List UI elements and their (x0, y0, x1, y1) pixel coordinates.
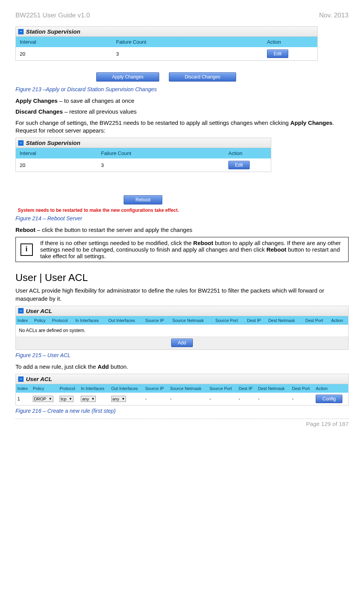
figure-caption: Figure 214 – Reboot Server (15, 215, 349, 221)
station-table: IntervalFailure CountAction 203Edit (16, 37, 317, 60)
val-dnm: - (257, 393, 291, 405)
col-action: Action (314, 384, 348, 393)
doc-date: Nov. 2013 (319, 12, 349, 19)
info-icon: i (20, 244, 33, 256)
col-dip: Dest IP (245, 316, 267, 325)
col-outif: Out Interfaces (110, 384, 144, 393)
col-sip: Source IP (144, 384, 168, 393)
figure-caption: Figure 216 – Create a new rule (first st… (15, 408, 349, 414)
col-sport: Source Port (208, 384, 237, 393)
section-heading: User | User ACL (15, 272, 349, 284)
acl-empty-message: No ACLs are defined on system. (16, 325, 348, 336)
station-table: IntervalFailure CountAction 203Edit (16, 148, 271, 172)
col-sport: Source Port (214, 316, 245, 325)
col-action: Action (225, 148, 271, 158)
discard-changes-button[interactable]: Discard Changes (169, 72, 236, 82)
col-failure: Failure Count (97, 148, 225, 158)
col-snm: Source Netmask (171, 316, 214, 325)
figure-caption: Figure 213 –Apply or Discard Station Sup… (15, 86, 349, 92)
info-box: i If there is no other settings needed t… (15, 237, 349, 262)
col-policy: Policy (32, 316, 50, 325)
col-dport: Dest Port (304, 316, 330, 325)
col-failure: Failure Count (112, 37, 263, 47)
para-add: To add a new rule, just click the Add bu… (15, 363, 349, 371)
col-policy: Policy (31, 384, 58, 393)
panel-icon: − (18, 140, 24, 146)
figure-caption: Figure 215 – User ACL (15, 352, 349, 358)
val-interval: 20 (16, 47, 112, 60)
col-action: Action (330, 316, 348, 325)
panel-title: Station Supervision (26, 28, 80, 35)
policy-select[interactable]: DROP▼ (33, 396, 53, 402)
para-discard: Discard Changes – restore all previous v… (15, 108, 349, 116)
col-interval: Interval (16, 148, 97, 158)
col-outif: Out Interfaces (107, 316, 144, 325)
val-dport: - (291, 393, 315, 405)
col-dport: Dest Port (291, 384, 315, 393)
panel-title: User ACL (26, 376, 52, 382)
para-apply: Apply Changes – to save all changes at o… (15, 97, 349, 105)
station-supervision-panel-2: −Station Supervision IntervalFailure Cou… (15, 138, 271, 172)
para-reboot: Reboot – click the button to restart the… (15, 226, 349, 234)
col-dnm: Dest Netmask (257, 384, 291, 393)
col-action: Action (263, 37, 317, 47)
para-restart: For such change of settings, the BW2251 … (15, 119, 349, 135)
page-header: BW2251 User Guide v1.0 Nov. 2013 (15, 12, 349, 19)
col-inif: In Interfaces (74, 316, 107, 325)
val-dip: - (237, 393, 256, 405)
col-index: Index (16, 316, 32, 325)
para-useracl: User ACL provide high flexibility for ad… (15, 287, 349, 303)
reboot-button[interactable]: Reboot (124, 195, 163, 204)
val-snm: - (168, 393, 208, 405)
acl-table: Index Policy Protocol In Interfaces Out … (16, 316, 348, 325)
val-failure: 3 (97, 158, 225, 172)
user-acl-panel-edit: −User ACL Index Policy Protocol In Inter… (15, 374, 349, 405)
inif-select[interactable]: any▼ (81, 396, 96, 402)
col-index: Index (16, 384, 31, 393)
val-sport: - (208, 393, 237, 405)
doc-title: BW2251 User Guide v1.0 (15, 12, 90, 19)
col-snm: Source Netmask (168, 384, 208, 393)
add-button[interactable]: Add (171, 339, 192, 347)
edit-button[interactable]: Edit (267, 49, 288, 58)
edit-button[interactable]: Edit (228, 161, 250, 169)
col-protocol: Protocol (58, 384, 79, 393)
apply-changes-button[interactable]: Apply Changes (96, 72, 159, 82)
info-text: If there is no other settings needed to … (37, 237, 348, 262)
user-acl-panel: −User ACL Index Policy Protocol In Inter… (15, 306, 349, 350)
col-protocol: Protocol (51, 316, 74, 325)
val-sip: - (144, 393, 168, 405)
col-sip: Source IP (144, 316, 171, 325)
outif-select[interactable]: any▼ (111, 396, 126, 402)
acl-table: Index Policy Protocol In Interfaces Out … (16, 384, 348, 405)
config-button[interactable]: Config (316, 395, 342, 403)
panel-icon: − (18, 308, 24, 313)
val-interval: 20 (16, 158, 97, 172)
page-footer: Page 129 of 187 (15, 419, 349, 427)
system-restart-message: System needs to be restarted to make the… (18, 208, 273, 213)
val-index: 1 (16, 393, 31, 405)
panel-icon: − (18, 376, 24, 382)
col-interval: Interval (16, 37, 112, 47)
val-failure: 3 (112, 47, 263, 60)
protocol-select[interactable]: tcp▼ (60, 396, 73, 402)
panel-title: Station Supervision (26, 140, 80, 146)
col-dnm: Dest Netmask (267, 316, 304, 325)
col-inif: In Interfaces (79, 384, 109, 393)
col-dip: Dest IP (237, 384, 256, 393)
station-supervision-panel: −Station Supervision IntervalFailure Cou… (15, 26, 318, 61)
panel-icon: − (18, 29, 24, 34)
panel-title: User ACL (26, 308, 52, 314)
